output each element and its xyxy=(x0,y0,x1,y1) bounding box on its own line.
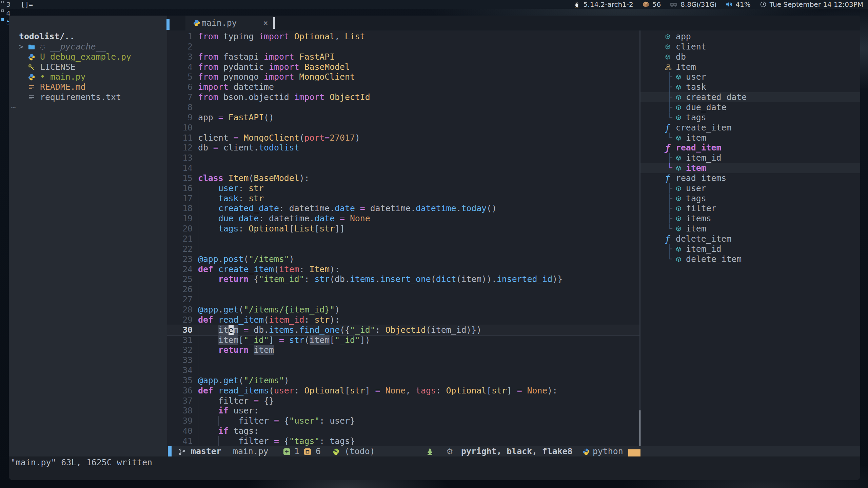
tab-title[interactable]: main.py xyxy=(201,16,237,30)
code-token xyxy=(198,274,218,284)
code-token xyxy=(522,386,527,395)
line-number: 29 xyxy=(167,315,193,325)
code-text: from fastapi import FastAPI xyxy=(198,52,335,62)
line-number: 37 xyxy=(167,396,193,406)
code-line-30[interactable]: 30 item = db.items.find_one({"_id": Obje… xyxy=(167,325,639,335)
workspace-3[interactable]: 3 xyxy=(0,0,17,9)
code-line-39[interactable]: 39 filter = {"user": user} xyxy=(167,416,639,426)
code-line-29[interactable]: 29def read_item(item_id: str): xyxy=(167,315,639,325)
outline-item-client[interactable]: client xyxy=(640,42,860,52)
file-tree-item-readme-md[interactable]: README.md xyxy=(9,82,167,92)
code-token: ) xyxy=(289,254,294,264)
code-line-20[interactable]: 20 tags: Optional[List[str]] xyxy=(167,224,639,234)
code-line-34[interactable]: 34 xyxy=(167,365,639,375)
outline-item-delete_item[interactable]: ƒdelete_item xyxy=(640,234,860,244)
outline-item-due_date[interactable]: ├due_date xyxy=(640,102,860,113)
code-line-15[interactable]: 15class Item(BaseModel): xyxy=(167,173,639,183)
code-line-36[interactable]: 36def read_items(user: Optional[str] = N… xyxy=(167,386,639,396)
outline-item-tags[interactable]: ├tags xyxy=(640,194,860,204)
outline-item-filter[interactable]: ├filter xyxy=(640,203,860,214)
code-line-10[interactable]: 10 xyxy=(167,123,639,133)
code-line-35[interactable]: 35@app.get("/items") xyxy=(167,375,639,386)
symbols-outline-pane[interactable]: appclientdbItem├user├task├created_date├d… xyxy=(640,30,860,446)
outline-item-item[interactable]: └item xyxy=(640,133,860,143)
outline-item-Item[interactable]: Item xyxy=(640,62,860,72)
code-line-3[interactable]: 3from fastapi import FastAPI xyxy=(167,52,639,62)
code-text: return item xyxy=(198,345,274,355)
code-line-24[interactable]: 24def create_item(item: Item): xyxy=(167,264,639,274)
code-token: import xyxy=(294,92,325,102)
code-line-37[interactable]: 37 filter = {} xyxy=(167,396,639,406)
outline-item-read_items[interactable]: ƒread_items xyxy=(640,173,860,183)
outline-item-user[interactable]: ├user xyxy=(640,183,860,194)
code-line-26[interactable]: 26 xyxy=(167,284,639,294)
code-token: ( xyxy=(243,254,249,264)
code-line-12[interactable]: 12db = client.todolist xyxy=(167,143,639,153)
code-line-19[interactable]: 19 due_date: datetime.date = None xyxy=(167,214,639,224)
code-token: from xyxy=(198,62,218,72)
code-line-21[interactable]: 21 xyxy=(167,234,639,244)
outline-item-app[interactable]: app xyxy=(640,32,860,42)
code-line-33[interactable]: 33 xyxy=(167,355,639,365)
outline-item-user[interactable]: ├user xyxy=(640,72,860,82)
code-token: @app xyxy=(198,305,218,314)
file-tree-item--pycache-[interactable]: >◌__pycache__ xyxy=(9,42,167,52)
git-status-badge: U xyxy=(40,52,45,62)
outline-item-read_item[interactable]: ƒread_item xyxy=(640,143,860,153)
code-line-1[interactable]: 1from typing import Optional, List xyxy=(167,32,639,42)
code-line-13[interactable]: 13 xyxy=(167,153,639,163)
file-tree-item-main-py[interactable]: •main.py xyxy=(9,72,167,82)
code-line-28[interactable]: 28@app.get("/items/{item_id}") xyxy=(167,305,639,315)
file-tree-item-requirements-txt[interactable]: requirements.txt xyxy=(9,92,167,102)
code-line-38[interactable]: 38 if user: xyxy=(167,406,639,416)
outline-item-items[interactable]: ├items xyxy=(640,214,860,224)
code-editor-pane[interactable]: 1from typing import Optional, List23from… xyxy=(167,30,639,446)
code-line-16[interactable]: 16 user: str xyxy=(167,183,639,194)
workspace-square-icon xyxy=(1,1,4,3)
outline-item-item_id[interactable]: ├item_id xyxy=(640,153,860,163)
code-line-4[interactable]: 4from pydantic import BaseModel xyxy=(167,62,639,72)
code-line-11[interactable]: 11client = MongoClient(port=27017) xyxy=(167,133,639,143)
code-line-8[interactable]: 8 xyxy=(167,102,639,113)
code-line-27[interactable]: 27 xyxy=(167,294,639,305)
outline-item-item[interactable]: └item xyxy=(640,224,860,234)
tree-connector: ├ xyxy=(667,244,672,254)
outline-item-create_item[interactable]: ƒcreate_item xyxy=(640,123,860,133)
outline-label: read_items xyxy=(676,173,726,183)
code-text: from bson.objectid import ObjectId xyxy=(198,92,370,102)
code-token: ]) xyxy=(360,335,370,345)
code-line-23[interactable]: 23@app.post("/items") xyxy=(167,254,639,264)
code-line-40[interactable]: 40 if tags: xyxy=(167,426,639,436)
code-line-22[interactable]: 22 xyxy=(167,244,639,254)
code-line-6[interactable]: 6import datetime xyxy=(167,82,639,92)
code-line-32[interactable]: 32 return item xyxy=(167,345,639,355)
line-number: 2 xyxy=(167,42,193,52)
outline-item-delete_item[interactable]: └delete_item xyxy=(640,254,860,264)
code-line-31[interactable]: 31 item["_id"] = str(item["_id"]) xyxy=(167,335,639,345)
outline-item-db[interactable]: db xyxy=(640,52,860,62)
code-token: . xyxy=(294,325,299,335)
code-line-18[interactable]: 18 created_date: datetime.date = datetim… xyxy=(167,203,639,214)
code-token: read_item xyxy=(218,315,264,325)
outline-item-task[interactable]: ├task xyxy=(640,82,860,92)
code-line-9[interactable]: 9app = FastAPI() xyxy=(167,113,639,123)
code-line-25[interactable]: 25 return {"item_id": str(db.items.inser… xyxy=(167,274,639,284)
file-explorer-pane[interactable]: todolist/..>◌__pycache__ Udebug_example.… xyxy=(9,16,167,456)
chevron-right-icon[interactable]: > xyxy=(19,42,23,52)
outline-item-item[interactable]: └item xyxy=(640,163,860,173)
code-line-5[interactable]: 5from pymongo import MongoClient xyxy=(167,72,639,82)
outline-item-item_id[interactable]: ├item_id xyxy=(640,244,860,254)
code-line-7[interactable]: 7from bson.objectid import ObjectId xyxy=(167,92,639,102)
code-line-41[interactable]: 41 filter = {"tags": tags} xyxy=(167,436,639,446)
close-icon[interactable]: × xyxy=(263,16,268,30)
outline-label: task xyxy=(686,82,706,92)
code-text: due_date: datetime.date = None xyxy=(198,214,370,224)
workspace-square-icon xyxy=(1,9,4,12)
outline-item-created_date[interactable]: ├created_date xyxy=(640,92,860,102)
file-tree-item-debug-example-py[interactable]: Udebug_example.py xyxy=(9,52,167,62)
code-line-14[interactable]: 14 xyxy=(167,163,639,173)
file-tree-item-license[interactable]: LICENSE xyxy=(9,62,167,72)
code-line-17[interactable]: 17 task: str xyxy=(167,194,639,204)
code-line-2[interactable]: 2 xyxy=(167,42,639,52)
outline-item-tags[interactable]: └tags xyxy=(640,113,860,123)
